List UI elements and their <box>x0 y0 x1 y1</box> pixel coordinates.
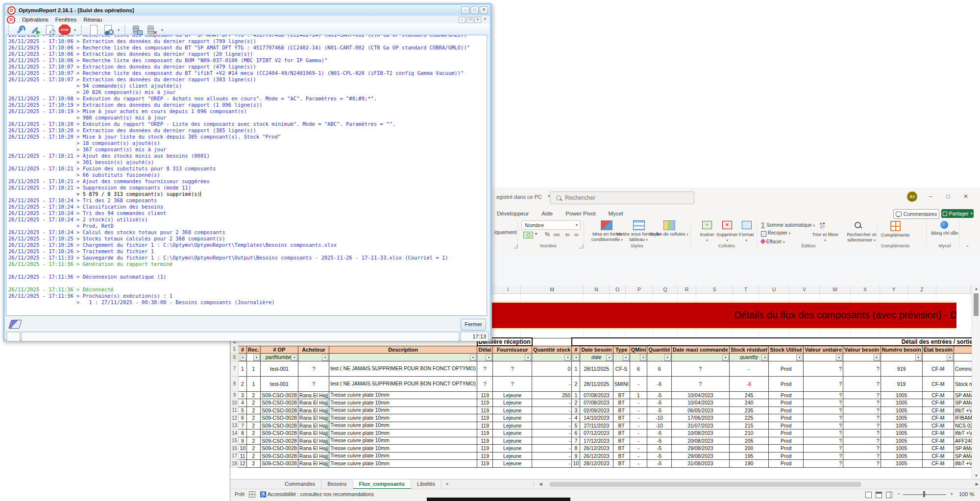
cell[interactable]: Rana El Hajj <box>298 391 329 399</box>
cell[interactable]: - <box>532 399 572 407</box>
cell[interactable] <box>908 330 936 337</box>
row-header[interactable]: 8 <box>231 376 239 391</box>
zoom-out-button[interactable]: − <box>897 491 900 497</box>
cell[interactable]: - <box>532 437 572 445</box>
cell[interactable]: S09-CSO-0028 <box>261 422 298 429</box>
cell[interactable]: ? <box>843 399 881 407</box>
cell[interactable]: 29/08/2023 <box>671 445 729 453</box>
column-header[interactable]: Date maxi commande <box>671 346 729 354</box>
cell[interactable]: test-001 <box>261 361 298 376</box>
filter-dropdown-icon[interactable]: ▾ <box>606 355 612 361</box>
cell[interactable]: CF-M <box>922 429 954 437</box>
cell[interactable] <box>521 330 584 337</box>
column-header-S[interactable]: S <box>696 286 733 293</box>
cell[interactable]: ? <box>493 361 532 376</box>
cell[interactable]: 10/04/2023 <box>671 391 729 399</box>
cell[interactable]: 2 <box>246 414 260 422</box>
cell[interactable]: 205 <box>729 437 768 445</box>
cell[interactable]: CF-M <box>922 391 954 399</box>
cell[interactable] <box>820 330 851 337</box>
cell[interactable]: 06/05/2023 <box>671 406 729 414</box>
filter-dropdown-icon[interactable]: ▾ <box>623 355 629 361</box>
cell[interactable]: ? <box>804 422 843 429</box>
column-header[interactable]: État besoin <box>922 346 954 354</box>
cell[interactable]: 200 <box>729 445 768 453</box>
cell[interactable]: 10/08/2023 <box>671 429 729 437</box>
cell[interactable]: 2 <box>246 437 260 445</box>
comments-button[interactable]: Commentaires <box>893 209 939 219</box>
cell[interactable] <box>626 294 653 301</box>
column-header[interactable]: Date besoin <box>580 346 613 354</box>
cell[interactable]: Lejeune <box>493 437 532 445</box>
cell[interactable] <box>936 330 971 337</box>
zoom-slider-thumb[interactable] <box>923 491 925 497</box>
cell[interactable]: BT <box>613 437 630 445</box>
row-header[interactable]: 14 <box>231 429 239 437</box>
sheet-tab-flux_composants[interactable]: Flux_composants <box>353 479 412 489</box>
tab-splitter-icon[interactable]: ⋮ <box>531 479 536 489</box>
sheet-tab-commandes[interactable]: Commandes <box>279 479 321 489</box>
cell[interactable]: Tresse cuivre plate 10mm <box>329 399 477 407</box>
filter-dropdown-icon[interactable]: ▾ <box>564 355 571 361</box>
cell[interactable]: S09-CSO-0028 <box>261 391 298 399</box>
increase-decimal-button[interactable]: €0 <box>565 233 569 237</box>
cell[interactable]: ? <box>493 376 532 391</box>
row-header[interactable]: 7 <box>231 361 239 376</box>
cell[interactable]: 3 <box>239 391 247 399</box>
cell[interactable]: ? <box>671 376 729 391</box>
window-titlebar[interactable]: OptymoReport 2.16.1 - [Suivi des opérati… <box>5 5 490 16</box>
column-header[interactable]: Numéro besoin <box>881 346 922 354</box>
cell[interactable]: - <box>532 406 572 414</box>
mdi-minimize-button[interactable]: – <box>459 17 466 23</box>
cell[interactable]: 119 <box>477 437 493 445</box>
cell[interactable]: -6 <box>647 376 672 391</box>
cell[interactable]: - <box>532 460 572 468</box>
cell[interactable]: 28/11/2025 <box>580 361 613 376</box>
cell[interactable]: Lejeune <box>493 399 532 407</box>
mdi-more-icon[interactable]: ▾ <box>482 17 488 22</box>
clear-log-button[interactable] <box>8 320 22 329</box>
cell[interactable]: 1005 <box>881 391 922 399</box>
cell[interactable]: - <box>532 429 572 437</box>
cell[interactable]: - <box>630 414 647 422</box>
filter-dropdown-icon[interactable]: ▾ <box>796 355 803 361</box>
filter-cell[interactable]: ▾ <box>630 354 647 361</box>
cell[interactable]: 9 <box>239 437 247 445</box>
cell[interactable]: 240 <box>729 399 768 407</box>
filter-dropdown-icon[interactable]: ▾ <box>915 355 922 361</box>
cell[interactable]: BT <box>613 406 630 414</box>
cell[interactable]: -5 <box>647 460 672 468</box>
cell[interactable]: 9 <box>572 452 580 460</box>
view-normal-icon[interactable] <box>865 492 872 498</box>
cell[interactable]: 1 <box>572 361 580 376</box>
cell[interactable]: 119 <box>477 445 493 453</box>
cell[interactable]: Prod <box>769 376 804 391</box>
cell[interactable]: Tresse cuivre plate 10mm <box>329 437 477 445</box>
cell[interactable]: -10 <box>647 422 672 429</box>
cell[interactable]: 1 <box>630 391 647 399</box>
column-header[interactable]: Valeur besoin <box>843 346 881 354</box>
cell[interactable]: 6 <box>630 361 647 376</box>
column-header[interactable]: # <box>572 346 580 354</box>
cell[interactable]: -5 <box>647 445 672 453</box>
cell[interactable] <box>678 330 696 337</box>
cell[interactable]: Tresse cuivre plate 10mm <box>329 429 477 437</box>
cell[interactable]: 2 <box>246 452 260 460</box>
scroll-up-icon[interactable]: ▲ <box>972 286 980 291</box>
cell-styles-button[interactable]: Styles de cellules ▾ <box>649 232 689 238</box>
toolbar-drag-handle[interactable] <box>124 25 128 34</box>
column-header-I[interactable]: I <box>495 286 521 293</box>
cell[interactable]: S09-CSO-0028 <box>261 406 298 414</box>
cell[interactable]: S09-CSO-0028 <box>261 414 298 422</box>
filter-dropdown-icon[interactable]: ▾ <box>722 355 729 361</box>
cell[interactable] <box>696 330 733 337</box>
cell[interactable]: 31/07/2023 <box>671 422 729 429</box>
column-header-V[interactable]: V <box>789 286 820 293</box>
filter-cell[interactable]: ▾ <box>647 354 672 361</box>
fill-button[interactable]: ↓ Recopier ▾ <box>761 230 790 237</box>
cell[interactable]: - <box>630 460 647 468</box>
cell[interactable]: 1005 <box>881 406 922 414</box>
cell[interactable]: Tresse cuivre plate 10mm <box>329 422 477 429</box>
cell[interactable]: 250 <box>532 391 572 399</box>
tab-développeur[interactable]: Développeur <box>497 211 529 216</box>
